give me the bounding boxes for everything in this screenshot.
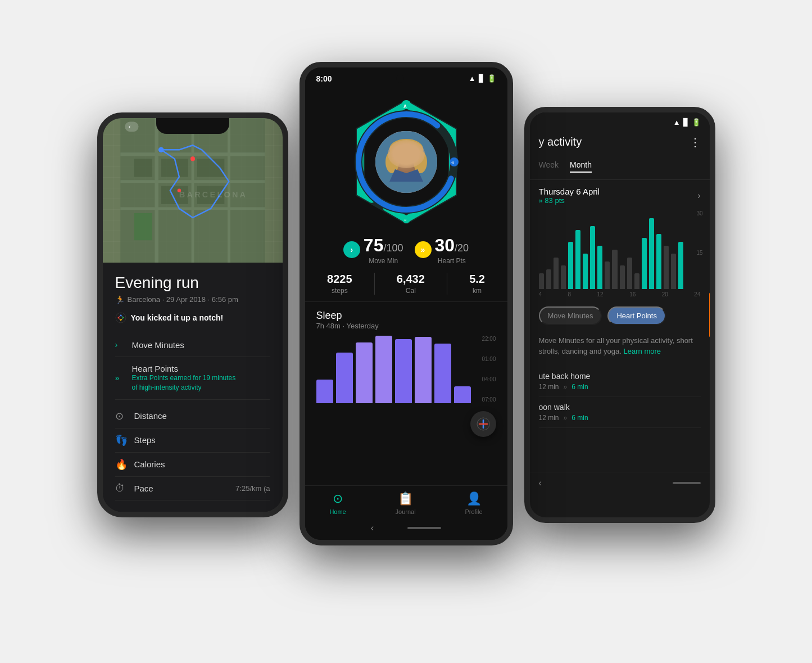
tab-month[interactable]: Month xyxy=(570,158,592,173)
right-home-pill[interactable] xyxy=(673,482,701,484)
plus-icon xyxy=(477,417,490,431)
activity-item-1[interactable]: ute back home 12 min » 6 min xyxy=(539,366,701,397)
right-phone: ▲ ▊ 🔋 y activity ⋮ Week Month Thursday 6… xyxy=(524,107,715,523)
right-description: Move Minutes for all your physical activ… xyxy=(530,331,710,362)
tab-week[interactable]: Week xyxy=(539,158,559,173)
left-content: Evening run 🏃 Barcelona · 29 Apr 2018 · … xyxy=(103,263,283,512)
right-top-bar: ▲ ▊ 🔋 xyxy=(530,112,710,130)
svg-text:BARCELONA: BARCELONA xyxy=(179,190,247,199)
move-min-arrow: › xyxy=(343,241,360,258)
heart-pts-stat[interactable]: » 30/20 Heart Pts xyxy=(415,235,469,265)
bottom-nav: ⊙ Home 📋 Journal 👤 Profile xyxy=(305,485,507,518)
nav-home[interactable]: ⊙ Home xyxy=(329,491,346,515)
left-screen: BARCELONA ‹ Evening run 🏃 Barcelona · 29… xyxy=(103,118,283,512)
date-row[interactable]: Thursday 6 April » 83 pts › xyxy=(530,180,710,207)
camera xyxy=(396,75,404,83)
svg-text:∧: ∧ xyxy=(403,103,407,109)
home-icon: ⊙ xyxy=(333,491,343,506)
right-back-button[interactable]: ‹ xyxy=(539,478,542,488)
chart-x-labels: 4 8 12 16 20 24 xyxy=(530,289,710,301)
tab-row: Week Month xyxy=(530,155,710,180)
notch xyxy=(156,118,229,134)
learn-more-link[interactable]: Learn more xyxy=(624,347,661,355)
svg-point-19 xyxy=(116,313,126,323)
metrics-band: 8225 steps 6,432 Cal 5.2 km xyxy=(305,268,507,302)
left-phone: BARCELONA ‹ Evening run 🏃 Barcelona · 29… xyxy=(97,112,288,517)
profile-picture xyxy=(375,131,437,193)
filter-buttons: Move Minutes Heart Points xyxy=(530,301,710,331)
status-time: 8:00 xyxy=(316,74,332,83)
svg-rect-17 xyxy=(125,121,138,132)
metric-rows: ⊙ Distance 👣 Steps 🔥 Calories ⏱ Pace xyxy=(115,404,270,500)
map-route: BARCELONA ‹ xyxy=(103,118,283,263)
svg-rect-30 xyxy=(375,131,437,193)
nav-profile[interactable]: 👤 Profile xyxy=(465,491,482,515)
activity-chart xyxy=(539,210,701,289)
calories-item[interactable]: 🔥 Calories xyxy=(115,453,270,477)
move-min-stat[interactable]: › 75/100 Move Min xyxy=(343,235,403,265)
date-text: Thursday 6 April xyxy=(539,187,600,196)
journal-icon: 📋 xyxy=(398,491,413,506)
android-nav: ‹ xyxy=(305,518,507,540)
map-area: BARCELONA ‹ xyxy=(103,118,283,263)
svg-rect-7 xyxy=(134,159,152,177)
more-button[interactable]: ⋮ xyxy=(689,136,701,149)
center-screen: 8:00 ▲ ▊ 🔋 xyxy=(305,67,507,540)
date-pts: » 83 pts xyxy=(539,196,600,205)
right-battery-icon: 🔋 xyxy=(692,118,701,127)
right-status-icons: ▲ ▊ 🔋 xyxy=(673,118,701,127)
km-metric: 5.2 km xyxy=(469,273,485,295)
run-meta: 🏃 Barcelona · 29 Apr 2018 · 6:56 pm xyxy=(115,295,270,304)
scene: BARCELONA ‹ Evening run 🏃 Barcelona · 29… xyxy=(97,62,715,602)
activity-list: ute back home 12 min » 6 min oon walk 12… xyxy=(530,362,710,472)
svg-text:‹: ‹ xyxy=(128,123,130,129)
signal-icon: ▊ xyxy=(479,74,484,83)
center-phone: 8:00 ▲ ▊ 🔋 xyxy=(300,62,513,545)
heart-pts-arrow: » xyxy=(415,241,432,258)
svg-point-33 xyxy=(385,151,399,173)
battery-icon: 🔋 xyxy=(487,74,496,83)
svg-text:«: « xyxy=(404,218,407,223)
heart-points-row[interactable]: » Heart Points Extra Points earned for 1… xyxy=(115,357,270,400)
stats-row: › 75/100 Move Min » 30/20 Heart Pts xyxy=(305,229,507,268)
wifi-icon: ▲ xyxy=(469,74,476,83)
sleep-title: Sleep xyxy=(316,310,496,322)
svg-text:«: « xyxy=(451,160,454,165)
sleep-chart xyxy=(316,336,496,403)
orange-accent xyxy=(709,292,713,337)
sleep-meta: 7h 48m · Yesterday xyxy=(316,322,496,330)
date-chevron: › xyxy=(697,191,700,201)
nav-journal[interactable]: 📋 Journal xyxy=(396,491,416,515)
cal-metric: 6,432 Cal xyxy=(397,273,425,295)
filter-move-minutes[interactable]: Move Minutes xyxy=(539,306,602,325)
back-button[interactable]: ‹ xyxy=(371,523,374,533)
steps-item[interactable]: 👣 Steps xyxy=(115,429,270,453)
right-signal-icon: ▊ xyxy=(683,118,689,127)
right-wifi-icon: ▲ xyxy=(673,118,681,127)
kudos-text: You kicked it up a notch! xyxy=(131,313,224,322)
svg-rect-36 xyxy=(407,157,415,162)
svg-point-32 xyxy=(389,139,423,159)
pace-item[interactable]: ⏱ Pace 7:25/km (a xyxy=(115,477,270,500)
fab-button[interactable] xyxy=(470,411,496,437)
svg-rect-35 xyxy=(397,157,405,162)
distance-item[interactable]: ⊙ Distance xyxy=(115,404,270,429)
kudos-row: You kicked it up a notch! xyxy=(115,312,270,323)
svg-point-13 xyxy=(158,147,164,152)
activity-item-2[interactable]: oon walk 12 min » 6 min xyxy=(539,397,701,428)
steps-metric: 8225 steps xyxy=(327,273,352,295)
google-fit-logo xyxy=(115,312,126,323)
svg-point-14 xyxy=(190,156,194,161)
ring-container: ∧ « « xyxy=(344,100,468,224)
right-title: y activity xyxy=(539,136,582,148)
home-pill[interactable] xyxy=(407,527,441,529)
filter-heart-points[interactable]: Heart Points xyxy=(607,306,666,325)
profile-icon: 👤 xyxy=(466,491,482,506)
center-top-bar: 8:00 ▲ ▊ 🔋 xyxy=(305,67,507,87)
svg-point-34 xyxy=(414,151,427,173)
sleep-section: Sleep 7h 48m · Yesterday xyxy=(305,302,507,407)
svg-rect-12 xyxy=(134,213,152,240)
move-minutes-row[interactable]: › Move Minutes xyxy=(115,333,270,357)
activity-chart-container: 30 15 xyxy=(530,210,710,289)
right-screen: ▲ ▊ 🔋 y activity ⋮ Week Month Thursday 6… xyxy=(530,112,710,495)
